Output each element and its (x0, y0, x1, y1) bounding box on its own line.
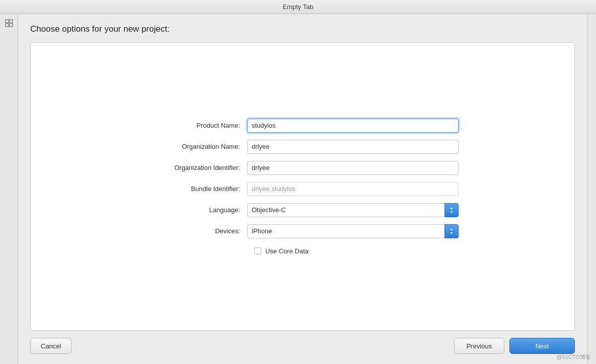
previous-button[interactable]: Previous (454, 338, 504, 354)
organization-name-input[interactable] (247, 140, 459, 154)
organization-identifier-row: Organization Identifier: (146, 161, 459, 175)
watermark: @51CTO博客 (557, 353, 591, 361)
bundle-identifier-row: Bundle Identifier: (146, 182, 459, 196)
bottom-bar: Cancel Previous Next (30, 331, 575, 354)
product-name-row: Product Name: (146, 119, 459, 133)
right-buttons: Previous Next (454, 338, 575, 354)
bundle-identifier-label: Bundle Identifier: (146, 185, 247, 193)
sidebar-strip (0, 14, 18, 364)
app-container: Choose options for your new project: Pro… (0, 14, 596, 364)
product-name-input[interactable] (247, 119, 459, 133)
product-name-label: Product Name: (146, 122, 247, 129)
content-area: Choose options for your new project: Pro… (18, 14, 587, 364)
devices-row: Devices: iPhone iPad Universal (146, 224, 459, 238)
svg-rect-0 (6, 20, 9, 23)
title-bar-title: Empty Tab (282, 3, 313, 11)
core-data-checkbox[interactable] (254, 247, 261, 254)
language-select[interactable]: Objective-C Swift (247, 203, 459, 217)
right-strip (587, 14, 596, 364)
title-bar: Empty Tab (0, 0, 596, 14)
project-form: Product Name: Organization Name: Organiz… (146, 119, 459, 255)
svg-rect-2 (6, 24, 9, 27)
language-row: Language: Objective-C Swift (146, 203, 459, 217)
organization-identifier-input[interactable] (247, 161, 459, 175)
devices-select-wrapper: iPhone iPad Universal (247, 224, 459, 238)
sidebar-grid-icon (4, 18, 14, 28)
svg-rect-3 (10, 24, 13, 27)
devices-select[interactable]: iPhone iPad Universal (247, 224, 459, 238)
organization-identifier-label: Organization Identifier: (146, 164, 247, 171)
bundle-identifier-input (247, 182, 459, 196)
organization-name-row: Organization Name: (146, 140, 459, 154)
cancel-button[interactable]: Cancel (30, 338, 71, 354)
svg-rect-1 (10, 20, 13, 23)
organization-name-label: Organization Name: (146, 143, 247, 150)
language-select-wrapper: Objective-C Swift (247, 203, 459, 217)
page-heading: Choose options for your new project: (30, 24, 575, 34)
devices-label: Devices: (146, 227, 247, 235)
language-label: Language: (146, 206, 247, 214)
core-data-label: Use Core Data (265, 247, 309, 255)
next-button[interactable]: Next (509, 338, 575, 354)
core-data-row: Use Core Data (247, 247, 459, 255)
form-panel: Product Name: Organization Name: Organiz… (30, 42, 575, 331)
